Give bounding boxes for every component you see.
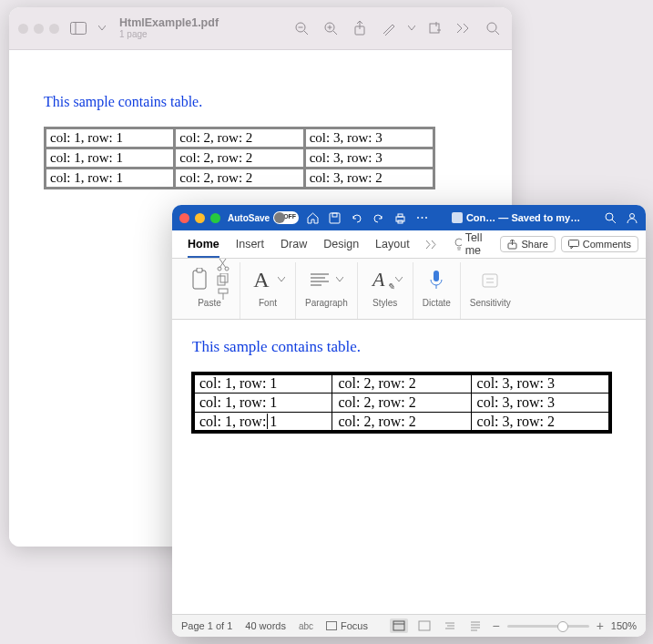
spellcheck-icon[interactable]: abc	[299, 620, 313, 631]
account-icon[interactable]	[626, 211, 638, 224]
cell[interactable]: col: 2, row: 2	[332, 373, 471, 394]
markup-icon[interactable]	[379, 18, 399, 38]
traffic-close[interactable]	[18, 24, 28, 34]
traffic-close[interactable]	[179, 213, 189, 223]
traffic-zoom[interactable]	[49, 24, 59, 34]
paragraph-icon[interactable]	[308, 268, 332, 291]
ellipsis-icon[interactable]	[415, 211, 428, 224]
cell[interactable]: col: 3, row: 3	[471, 394, 610, 413]
table-row: col: 1, row: 1col: 2, row: 2col: 3, row:…	[46, 148, 434, 168]
status-page[interactable]: Page 1 of 1	[181, 620, 232, 631]
traffic-minimize[interactable]	[195, 213, 205, 223]
word-titlebar: AutoSave OFF Con… — Saved to my…	[172, 205, 646, 230]
more-icon[interactable]	[454, 18, 474, 38]
word-heading: This sample contains table.	[192, 338, 626, 356]
zoom-out-icon[interactable]	[291, 18, 311, 38]
font-icon[interactable]: A	[250, 268, 273, 291]
focus-mode[interactable]: Focus	[326, 620, 368, 631]
cell: col: 2, row: 2	[175, 148, 303, 168]
cut-icon[interactable]	[216, 259, 230, 271]
window-traffic-lights[interactable]	[18, 24, 59, 34]
view-web-icon[interactable]	[415, 618, 434, 633]
tell-me[interactable]: Tell me	[445, 230, 501, 258]
save-icon[interactable]	[328, 211, 341, 224]
comments-button[interactable]: Comments	[561, 236, 638, 252]
zoom-in-button[interactable]: +	[597, 618, 604, 633]
cell[interactable]: col: 3, row: 2	[471, 413, 610, 433]
tab-insert[interactable]: Insert	[228, 230, 272, 258]
svg-rect-57	[419, 621, 430, 630]
quick-access-toolbar	[306, 211, 428, 224]
tab-draw[interactable]: Draw	[272, 230, 315, 258]
group-label: Font	[259, 298, 277, 308]
svg-rect-50	[483, 274, 497, 287]
zoom-slider[interactable]	[507, 625, 589, 628]
paste-icon[interactable]	[189, 268, 212, 291]
svg-rect-35	[197, 268, 202, 272]
undo-icon[interactable]	[350, 211, 362, 224]
zoom-out-button[interactable]: −	[492, 618, 499, 633]
table-row: col: 1, row: 1col: 2, row: 2col: 3, row:…	[193, 394, 610, 413]
search-icon[interactable]	[604, 211, 617, 224]
tabs-overflow-icon[interactable]	[418, 230, 445, 258]
ribbon: Paste A Font Paragraph A✎ Styles	[172, 259, 646, 320]
sensitivity-icon	[478, 268, 502, 291]
svg-rect-11	[430, 24, 439, 33]
document-title: Con… — Saved to my…	[435, 212, 597, 223]
svg-rect-24	[452, 212, 463, 223]
autosave-label: AutoSave	[228, 213, 270, 223]
svg-point-14	[487, 23, 496, 32]
dropdown-toggle-icon[interactable]	[97, 18, 107, 38]
cell[interactable]: col: 2, row: 2	[332, 413, 471, 433]
dropdown-icon[interactable]	[394, 268, 403, 291]
print-icon[interactable]	[393, 211, 406, 224]
svg-rect-16	[330, 213, 340, 223]
crop-icon[interactable]	[424, 18, 444, 38]
svg-line-15	[495, 31, 499, 35]
svg-point-23	[425, 217, 427, 219]
word-document[interactable]: This sample contains table. col: 1, row:…	[172, 320, 646, 614]
share-button[interactable]: Share	[500, 236, 555, 252]
view-draft-icon[interactable]	[466, 618, 485, 633]
pdf-table: col: 1, row: 1col: 2, row: 2col: 3, row:…	[44, 127, 435, 189]
dropdown-icon[interactable]	[335, 268, 344, 291]
comment-icon	[568, 240, 579, 250]
status-words[interactable]: 40 words	[245, 620, 286, 631]
dropdown2-toggle-icon[interactable]	[408, 18, 415, 38]
dropdown-icon[interactable]	[277, 268, 286, 291]
tab-home[interactable]: Home	[179, 230, 228, 258]
cell: col: 3, row: 3	[305, 148, 434, 168]
share-icon[interactable]	[350, 18, 370, 38]
pdf-file-name: HtmlExample1.pdf	[119, 17, 219, 29]
cell: col: 1, row: 1	[46, 148, 174, 168]
svg-rect-42	[219, 289, 228, 293]
styles-icon[interactable]: A✎	[367, 268, 391, 291]
cell[interactable]: col: 2, row: 2	[332, 394, 471, 413]
home-icon[interactable]	[306, 211, 319, 224]
svg-rect-17	[332, 213, 337, 217]
autosave-toggle[interactable]: AutoSave OFF	[228, 211, 299, 224]
view-outline-icon[interactable]	[441, 618, 459, 633]
search-icon[interactable]	[483, 18, 503, 38]
window-traffic-lights[interactable]	[179, 213, 220, 223]
redo-icon[interactable]	[372, 211, 384, 224]
zoom-in-icon[interactable]	[321, 18, 341, 38]
cell[interactable]: col: 1, row: 1	[193, 373, 332, 394]
tab-layout[interactable]: Layout	[367, 230, 418, 258]
cell[interactable]: col: 1, row: 1	[193, 413, 332, 433]
word-window: AutoSave OFF Con… — Saved to my… Home In…	[172, 205, 646, 637]
word-table[interactable]: col: 1, row: 1col: 2, row: 2col: 3, row:…	[192, 373, 611, 433]
view-print-icon[interactable]	[390, 618, 408, 633]
tab-design[interactable]: Design	[315, 230, 367, 258]
traffic-minimize[interactable]	[34, 24, 44, 34]
sidebar-toggle-icon[interactable]	[68, 18, 88, 38]
dictate-icon[interactable]	[424, 268, 448, 291]
cell: col: 1, row: 1	[46, 128, 174, 148]
traffic-zoom[interactable]	[210, 213, 220, 223]
cell[interactable]: col: 1, row: 1	[193, 394, 332, 413]
svg-line-6	[333, 31, 337, 35]
cell[interactable]: col: 3, row: 3	[471, 373, 610, 394]
zoom-level[interactable]: 150%	[611, 620, 637, 631]
copy-icon[interactable]	[216, 273, 230, 286]
toggle-switch[interactable]: OFF	[273, 211, 299, 224]
